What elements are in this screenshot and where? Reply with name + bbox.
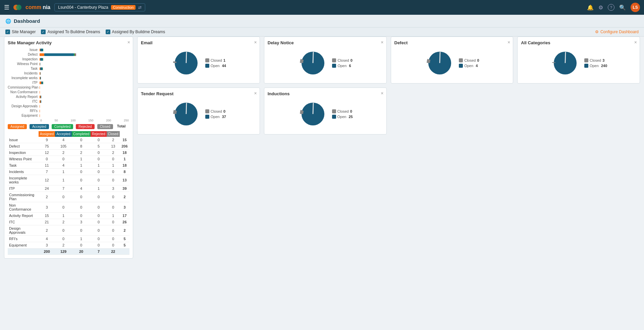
titlebar: 🌐 Dashboard — [0, 15, 644, 28]
filter-assigned-to[interactable]: ✓ Assigned To Buildme Dreams — [41, 30, 100, 34]
defect-panel-closed-swatch — [459, 58, 463, 62]
email-panel-close[interactable]: × — [254, 40, 257, 45]
project-selector[interactable]: Lsun004 - Canterbury Plaza Construction … — [54, 3, 145, 11]
bar-label: Non Conformance — [8, 90, 40, 94]
gear-icon[interactable]: ⚙ — [598, 4, 603, 11]
table-row: Witness Point 0 0 1 0 0 1 — [8, 156, 129, 162]
th-assigned: Assigned — [39, 131, 55, 137]
empty-cell-2 — [517, 88, 640, 134]
all-categories-panel-close[interactable]: × — [634, 40, 637, 45]
email-panel-closed-val: 1 — [223, 58, 225, 62]
td-assigned: 15 — [39, 213, 55, 219]
td-assigned: 2 — [39, 225, 55, 236]
tender-request-panel-title: Tender Request — [141, 91, 256, 96]
td-label: Witness Point — [8, 156, 39, 162]
td-total: 5 — [120, 242, 129, 249]
bar-accepted — [40, 77, 41, 79]
bar-accepted — [41, 100, 41, 103]
bar-accepted — [40, 49, 43, 51]
filter-assigned-by[interactable]: ✓ Assigned By Buildme Dreams — [106, 30, 165, 34]
td-rejected: 0 — [91, 137, 106, 143]
td-completed: 2 — [72, 150, 91, 156]
bar-closed — [43, 67, 43, 70]
checkbox-assigned-to[interactable]: ✓ — [41, 30, 46, 34]
defect-panel-closed-item: Closed 0 — [459, 58, 479, 62]
tender-request-panel-close[interactable]: × — [254, 91, 257, 96]
bar-track — [40, 95, 129, 99]
all-categories-panel-open-swatch — [584, 64, 588, 68]
tender-request-panel-closed-swatch — [205, 109, 209, 113]
td-accepted: 0 — [55, 156, 72, 162]
td-total: 18 — [120, 150, 129, 156]
td-closed: 0 — [107, 169, 120, 175]
td-accepted: 0 — [55, 225, 72, 236]
bar-track — [40, 53, 129, 56]
bar-row: Issue — [8, 48, 129, 52]
tender-request-panel-closed-item: Closed 0 — [205, 109, 226, 113]
logo-nia: nia — [43, 4, 50, 10]
td-completed: 4 — [72, 185, 91, 192]
inductions-panel: Inductions × Closed 0 — [264, 88, 387, 134]
all-categories-panel-title: All Categories — [521, 40, 636, 45]
bar-track — [40, 100, 129, 103]
td-label: Issue — [8, 137, 39, 143]
checkbox-site-manager[interactable]: ✓ — [5, 30, 10, 34]
filter-site-manager[interactable]: ✓ Site Manager — [5, 30, 36, 34]
bar-row: Design Approvals — [8, 104, 129, 108]
logo-icon — [13, 4, 24, 11]
search-icon[interactable]: 🔍 — [619, 4, 626, 11]
th-completed: Completed — [72, 131, 91, 137]
tender-request-chart-svg — [171, 99, 201, 129]
delay-notice-panel-close[interactable]: × — [381, 40, 383, 45]
table-row: Activity Report 15 1 0 0 1 17 — [8, 213, 129, 219]
sma-close[interactable]: × — [127, 40, 130, 45]
configure-dashboard-button[interactable]: ⚙ Configure Dashboard — [595, 30, 639, 34]
user-avatar[interactable]: LS — [631, 3, 640, 12]
svg-line-28 — [186, 103, 186, 114]
tender-request-panel-open-label: Open — [211, 115, 221, 119]
delay-notice-panel-title: Delay Notice — [268, 40, 383, 45]
td-label: Design Approvals — [8, 225, 39, 236]
bar-label: Defect — [8, 53, 40, 56]
bell-icon[interactable]: 🔔 — [587, 4, 594, 11]
td-assigned: 0 — [39, 156, 55, 162]
table-row: Commissioning Plan 2 0 0 0 0 2 — [8, 192, 129, 202]
legend-accepted-2: Accepted — [30, 124, 49, 129]
td-total: 15 — [120, 137, 129, 143]
inductions-panel-close[interactable]: × — [381, 91, 383, 96]
td-assigned: 24 — [39, 185, 55, 192]
right-panel: Email × Closed 1 — [137, 37, 640, 259]
td-completed: 0 — [72, 192, 91, 202]
table-footer: 200 129 20 7 22 — [8, 249, 129, 255]
td-total: 5 — [120, 236, 129, 242]
filter-site-manager-label: Site Manager — [12, 30, 36, 34]
help-icon[interactable]: ? — [608, 4, 614, 11]
td-assigned: 2 — [39, 192, 55, 202]
table-row: Defect 75 105 8 5 13 206 — [8, 143, 129, 150]
bar-accepted — [40, 63, 40, 65]
defect-panel-close[interactable]: × — [507, 40, 510, 45]
inductions-panel-title: Inductions — [268, 91, 383, 96]
td-assigned: 21 — [39, 219, 55, 225]
td-closed: 0 — [107, 192, 120, 202]
axis-0: 0 — [40, 119, 42, 122]
delay-notice-panel-open-swatch — [332, 64, 336, 68]
email-panel-title: Email — [141, 40, 256, 45]
table-row: Issue 9 4 0 0 2 15 — [8, 137, 129, 143]
td-label: Incidents — [8, 169, 39, 175]
bar-track — [40, 72, 129, 75]
site-manager-activity-panel: Site Manager Activity × Issue Defect — [4, 37, 133, 259]
email-chart-svg — [171, 48, 201, 78]
bar-assigned — [40, 53, 44, 56]
tender-request-panel-open-item: Open 37 — [205, 115, 226, 119]
swap-icon[interactable]: ⇄ — [138, 5, 142, 10]
bar-label: Equipment — [8, 114, 40, 117]
td-closed: 1 — [107, 162, 120, 169]
topnav-right: 🔔 ⚙ ? 🔍 LS — [587, 3, 640, 12]
checkbox-assigned-by[interactable]: ✓ — [106, 30, 110, 34]
menu-icon[interactable]: ☰ — [4, 4, 9, 11]
td-rejected: 1 — [91, 185, 106, 192]
filter-assigned-to-label: Assigned To Buildme Dreams — [47, 30, 100, 34]
delay-notice-panel: Delay Notice × Closed 0 — [264, 37, 387, 84]
table-row: RFI's 4 0 1 0 0 5 — [8, 236, 129, 242]
